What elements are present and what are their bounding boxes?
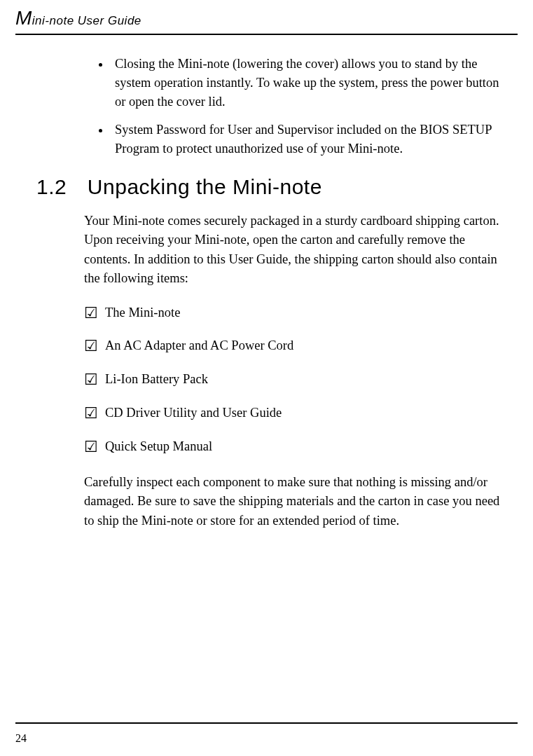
bullet-item: System Password for User and Supervisor … — [111, 121, 504, 158]
checklist-label: Quick Setup Manual — [105, 438, 212, 456]
checkbox-icon: ☑ — [84, 338, 98, 354]
checklist: ☑ The Mini-note ☑ An AC Adapter and AC P… — [84, 304, 504, 456]
checklist-item: ☑ Li-Ion Battery Pack — [84, 371, 504, 389]
page: Mini-note User Guide Closing the Mini-no… — [0, 0, 533, 756]
checklist-label: An AC Adapter and AC Power Cord — [105, 337, 293, 355]
bullet-item: Closing the Mini-note (lowering the cove… — [111, 55, 504, 111]
checklist-item: ☑ An AC Adapter and AC Power Cord — [84, 337, 504, 355]
checkbox-icon: ☑ — [84, 305, 98, 321]
checklist-item: ☑ Quick Setup Manual — [84, 438, 504, 456]
content-area: Closing the Mini-note (lowering the cove… — [84, 55, 504, 546]
intro-paragraph: Your Mini-note comes securely packaged i… — [84, 212, 504, 289]
section-title: Unpacking the Mini-note — [88, 175, 322, 198]
checklist-label: CD Driver Utility and User Guide — [105, 404, 282, 422]
running-header: Mini-note User Guide — [15, 7, 518, 35]
header-cap: M — [15, 7, 32, 29]
footer-rule — [15, 722, 518, 724]
checklist-item: ☑ The Mini-note — [84, 304, 504, 322]
checkbox-icon: ☑ — [84, 439, 98, 455]
section-number: 1.2 — [36, 175, 81, 199]
checklist-label: Li-Ion Battery Pack — [105, 371, 208, 389]
checklist-item: ☑ CD Driver Utility and User Guide — [84, 404, 504, 422]
checkbox-icon: ☑ — [84, 372, 98, 387]
section-heading: 1.2 Unpacking the Mini-note — [36, 175, 504, 199]
bullet-list: Closing the Mini-note (lowering the cove… — [84, 55, 504, 158]
header-rest: ini-note User Guide — [32, 14, 141, 27]
checkbox-icon: ☑ — [84, 406, 98, 421]
checklist-label: The Mini-note — [105, 304, 180, 322]
outro-paragraph: Carefully inspect each component to make… — [84, 473, 504, 530]
page-number: 24 — [15, 732, 27, 745]
